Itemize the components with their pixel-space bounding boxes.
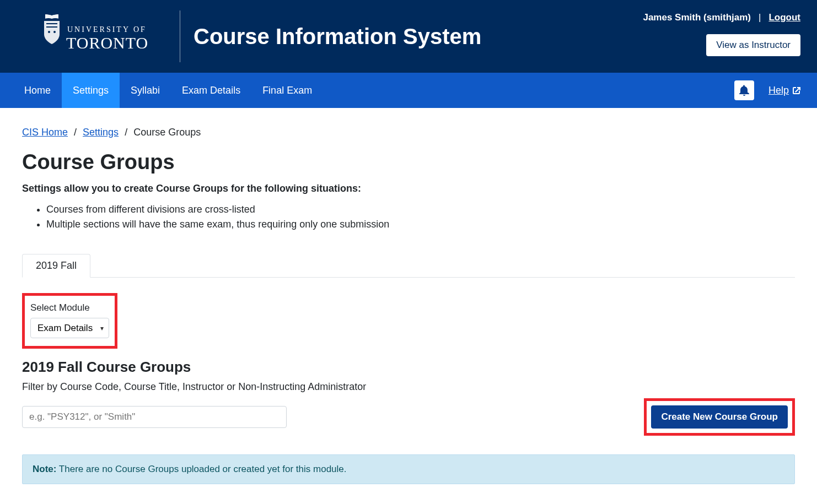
create-new-course-group-button[interactable]: Create New Course Group <box>651 405 788 429</box>
uoft-logo-icon: UNIVERSITY OF TORONTO <box>19 12 151 61</box>
logo-line1: UNIVERSITY OF <box>67 25 147 34</box>
empty-state-note: Note: There are no Course Groups uploade… <box>22 454 795 484</box>
nav-final-exam[interactable]: Final Exam <box>251 73 323 108</box>
external-link-icon <box>792 86 800 95</box>
filter-label: Filter by Course Code, Course Title, Ins… <box>22 381 795 393</box>
list-item: Courses from different divisions are cro… <box>46 202 795 217</box>
breadcrumb-settings[interactable]: Settings <box>83 127 119 138</box>
svg-point-2 <box>48 31 50 33</box>
module-select[interactable]: Exam Details <box>30 318 109 338</box>
header-divider <box>180 10 180 62</box>
filter-input[interactable] <box>22 406 287 428</box>
nav-exam-details[interactable]: Exam Details <box>171 73 251 108</box>
app-header: UNIVERSITY OF TORONTO Course Information… <box>0 0 817 73</box>
breadcrumb: CIS Home / Settings / Course Groups <box>22 127 795 138</box>
nav-settings[interactable]: Settings <box>62 73 120 108</box>
term-tabs: 2019 Fall <box>22 254 795 278</box>
situations-list: Courses from different divisions are cro… <box>46 202 795 232</box>
page-title: Course Groups <box>22 150 795 174</box>
logo-line2: TORONTO <box>66 34 148 52</box>
select-module-block: Select Module Exam Details <box>22 293 117 349</box>
header-separator: | <box>759 12 761 23</box>
notifications-button[interactable] <box>734 80 754 100</box>
note-prefix: Note: <box>33 464 56 474</box>
create-button-highlight: Create New Course Group <box>644 398 795 436</box>
nav-home[interactable]: Home <box>13 73 62 108</box>
list-item: Multiple sections will have the same exa… <box>46 217 795 232</box>
app-title: Course Information System <box>194 24 481 49</box>
note-text: There are no Course Groups uploaded or c… <box>56 464 346 474</box>
breadcrumb-current: Course Groups <box>133 127 201 138</box>
bell-icon <box>739 85 749 96</box>
nav-syllabi[interactable]: Syllabi <box>120 73 171 108</box>
logout-link[interactable]: Logout <box>768 12 800 23</box>
view-as-instructor-button[interactable]: View as Instructor <box>706 34 800 56</box>
tab-2019-fall[interactable]: 2019 Fall <box>22 254 90 278</box>
svg-point-3 <box>53 31 56 33</box>
main-nav: Home Settings Syllabi Exam Details Final… <box>0 73 817 108</box>
help-link[interactable]: Help <box>768 85 800 96</box>
svg-rect-1 <box>46 26 57 28</box>
breadcrumb-cis-home[interactable]: CIS Home <box>22 127 68 138</box>
current-user: James Smith (smithjam) <box>643 12 751 23</box>
select-module-label: Select Module <box>30 302 109 313</box>
uoft-logo-block: UNIVERSITY OF TORONTO <box>19 0 151 73</box>
help-label: Help <box>768 85 789 96</box>
svg-rect-0 <box>46 23 57 24</box>
page-intro: Settings allow you to create Course Grou… <box>22 183 795 194</box>
main-content: CIS Home / Settings / Course Groups Cour… <box>0 108 817 504</box>
section-title: 2019 Fall Course Groups <box>22 359 795 376</box>
